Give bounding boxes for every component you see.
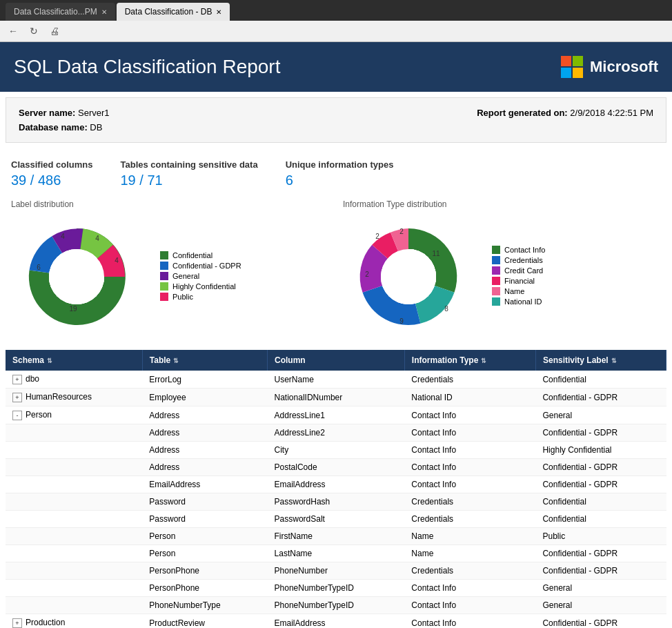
report-header: SQL Data Classification Report Microsoft: [0, 42, 672, 92]
unique-types-stat: Unique information types 6: [286, 159, 394, 188]
svg-text:9: 9: [399, 317, 404, 325]
column-cell: EmailAddress: [268, 614, 405, 629]
microsoft-logo: Microsoft: [561, 56, 658, 78]
table-cell: Address: [142, 424, 267, 442]
column-cell: PasswordSalt: [268, 511, 405, 528]
unique-label: Unique information types: [286, 159, 394, 170]
svg-text:2: 2: [399, 228, 404, 235]
info-type-cell: Contact Info: [404, 442, 535, 459]
tab-2[interactable]: Data Classification - DB ✕: [117, 3, 230, 21]
unique-value: 6: [286, 173, 394, 188]
column-cell: PostalCode: [268, 459, 405, 476]
schema-cell: [6, 476, 142, 493]
classified-value: 39 / 486: [11, 173, 92, 188]
ms-blue-cell: [561, 68, 571, 78]
svg-text:2: 2: [365, 271, 369, 278]
sensitivity-cell: Confidential - GDPR: [535, 562, 666, 580]
tables-stat: Tables containing sensitive data 19 / 71: [120, 159, 257, 188]
label-donut-svg: 19 6 4 4 4: [11, 215, 149, 339]
table-row: PhoneNumberTypePhoneNumberTypeIDContact …: [6, 597, 666, 614]
svg-point-15: [381, 249, 436, 304]
schema-cell: [6, 511, 142, 528]
table-cell: Person: [142, 528, 267, 545]
legend-item-national-id: National ID: [492, 297, 545, 306]
table-row: AddressAddressLine2Contact InfoConfident…: [6, 424, 666, 442]
schema-expand-icon[interactable]: +: [12, 393, 22, 402]
info-type-cell: Contact Info: [404, 614, 535, 629]
sensitivity-cell: Confidential - GDPR: [535, 389, 666, 406]
schema-text: HumanResources: [26, 392, 92, 402]
schema-sort-icon[interactable]: ⇅: [47, 357, 52, 364]
table-sort-icon[interactable]: ⇅: [173, 357, 179, 364]
info-type-cell: Contact Info: [404, 476, 535, 493]
col-schema: Schema⇅: [6, 350, 142, 371]
legend-item-contact-info: Contact Info: [492, 246, 545, 254]
schema-cell: +HumanResources: [6, 389, 142, 406]
column-cell: AddressLine1: [268, 406, 405, 424]
column-cell: LastName: [268, 545, 405, 562]
table-cell: Address: [142, 406, 267, 424]
info-type-cell: Credentials: [404, 493, 535, 511]
table-row: EmailAddressEmailAddressContact InfoConf…: [6, 476, 666, 493]
table-cell: EmailAddress: [142, 476, 267, 493]
info-legend: Contact Info Credentials Credit Card Fin…: [492, 246, 545, 308]
schema-expand-icon[interactable]: -: [12, 411, 22, 420]
sensitivity-sort-icon[interactable]: ⇅: [611, 357, 617, 364]
tab-1-close[interactable]: ✕: [101, 8, 107, 16]
schema-expand-icon[interactable]: +: [12, 618, 22, 628]
stats-section: Classified columns 39 / 486 Tables conta…: [0, 148, 672, 194]
back-button[interactable]: ←: [6, 23, 21, 39]
sensitivity-cell: Public: [535, 528, 666, 545]
schema-cell: -Person: [6, 406, 142, 424]
data-table: Schema⇅ Table⇅ Column Information Type⇅ …: [6, 350, 666, 628]
financial-label: Financial: [504, 277, 535, 285]
info-type-cell: Credentials: [404, 511, 535, 528]
report-date-value: 2/9/2018 4:22:51 PM: [570, 108, 653, 118]
db-label: Database name:: [19, 122, 88, 133]
info-type-sort-icon[interactable]: ⇅: [481, 357, 486, 364]
name-dot: [492, 287, 500, 295]
credit-card-dot: [492, 266, 500, 275]
highly-confidential-label: Highly Confidential: [172, 282, 236, 291]
svg-text:4: 4: [95, 235, 99, 242]
legend-item-general: General: [160, 272, 241, 280]
refresh-button[interactable]: ↻: [26, 23, 41, 39]
table-row: AddressPostalCodeContact InfoConfidentia…: [6, 459, 666, 476]
col-column: Column: [268, 350, 405, 371]
svg-text:8: 8: [444, 305, 448, 313]
schema-expand-icon[interactable]: +: [12, 375, 22, 384]
col-sensitivity: Sensitivity Label⇅: [535, 350, 666, 371]
print-button[interactable]: 🖨: [47, 23, 62, 39]
ms-yellow-cell: [573, 68, 583, 78]
column-cell: PasswordHash: [268, 493, 405, 511]
schema-cell: [6, 459, 142, 476]
column-cell: PhoneNumber: [268, 562, 405, 580]
db-value: DB: [90, 122, 102, 133]
public-dot: [160, 293, 168, 301]
general-label: General: [172, 272, 199, 280]
name-label: Name: [504, 287, 524, 295]
info-type-cell: Name: [404, 545, 535, 562]
table-row: PersonPhonePhoneNumberTypeIDContact Info…: [6, 580, 666, 597]
tabs-bar: Data Classificatio...PM ✕ Data Classific…: [0, 3, 672, 21]
tab-2-close[interactable]: ✕: [216, 8, 221, 16]
schema-cell: +dbo: [6, 371, 142, 389]
schema-text: Person: [26, 410, 52, 420]
legend-item-confidential: Confidential: [160, 251, 241, 259]
table-cell: Password: [142, 493, 267, 511]
table-row: +HumanResourcesEmployeeNationalIDNumberN…: [6, 389, 666, 406]
table-row: -PersonAddressAddressLine1Contact InfoGe…: [6, 406, 666, 424]
column-cell: AddressLine2: [268, 424, 405, 442]
info-type-cell: Name: [404, 528, 535, 545]
table-row: PersonFirstNameNamePublic: [6, 528, 666, 545]
schema-cell: [6, 493, 142, 511]
financial-dot: [492, 277, 500, 285]
table-cell: PersonPhone: [142, 580, 267, 597]
col-info-type: Information Type⇅: [404, 350, 535, 371]
tables-label: Tables containing sensitive data: [120, 159, 257, 170]
table-cell: PhoneNumberType: [142, 597, 267, 614]
column-cell: EmailAddress: [268, 476, 405, 493]
tab-1[interactable]: Data Classificatio...PM ✕: [6, 3, 115, 21]
national-id-dot: [492, 297, 500, 306]
column-cell: PhoneNumberTypeID: [268, 580, 405, 597]
